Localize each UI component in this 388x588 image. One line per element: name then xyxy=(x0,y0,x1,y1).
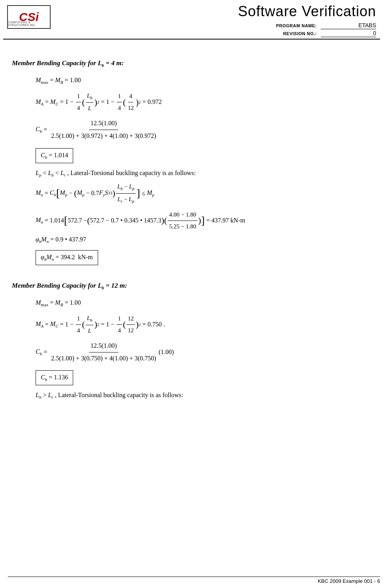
section2-heading: Member Bending Capacity for Lb = 12 m: xyxy=(12,282,376,290)
logo-box: CSi COMPUTERS & STRUCTURES INC. xyxy=(7,5,51,29)
logo-area: CSi COMPUTERS & STRUCTURES INC. xyxy=(3,3,55,31)
frac-12-12-s2: 12 12 xyxy=(127,313,135,336)
section1-eq2: MA = MC = 1 − 1 4 ( Lb L ) 2 = 1 − 1 4 ( xyxy=(36,90,376,114)
section2-heading-text: Member Bending Capacity for Lb = 12 m: xyxy=(12,282,127,289)
mn-calc-line: Mn = 1.014 [ 572.7 − ( 572.7 − 0.7 • 0.3… xyxy=(36,209,376,232)
footer: KBC 2009 Example 001 - 6 xyxy=(8,577,380,584)
section1-mn-general: Mn = Cb [ Mp − ( Mp − 0.7 FyS33 ) Lb − L… xyxy=(36,181,376,205)
section1-lp-text: Lp < Lb < Lr , Lateral-Torsional bucklin… xyxy=(36,170,376,177)
section1-heading: Member Bending Capacity for Lb = 4 m: xyxy=(12,59,376,68)
footer-text: KBC 2009 Example 001 - 6 xyxy=(318,578,380,584)
logo-subtitle: COMPUTERS & STRUCTURES INC. xyxy=(8,21,50,26)
title-area: Software Verification PROGRAM NAME: ETAB… xyxy=(55,3,380,37)
eq2-line: MA = MC = 1 − 1 4 ( Lb L ) 2 = 1 − 1 4 ( xyxy=(36,90,376,114)
revision-row: REVISION NO.: 0 xyxy=(265,30,376,37)
revision-value: 0 xyxy=(321,30,376,37)
eq1-line: Mmax = MB = 1.00 xyxy=(36,75,376,87)
frac-1-4-s2: 1 4 xyxy=(76,313,81,336)
frac-lb-l-s2: Lb L xyxy=(86,313,94,336)
section1-heading-text: Member Bending Capacity for Lb = 4 m: xyxy=(12,59,124,67)
s2-cb-frac-line: Cb = 12.5(1.00) 2.5(1.00) + 3(0.750) + 4… xyxy=(36,340,376,364)
section2-eq2: MA = MC = 1 − 1 4 ( Lb L ) 2 = 1 − 1 4 ( xyxy=(36,313,376,336)
phi-result-box-s1: φbMn = 394.2 kN-m xyxy=(36,250,98,265)
section1-eq1: Mmax = MB = 1.00 xyxy=(36,75,376,87)
frac-4-1.8: 4.00 − 1.80 5.25 − 1.80 xyxy=(168,209,197,232)
content: Member Bending Capacity for Lb = 4 m: Mm… xyxy=(0,40,388,412)
section1-cb-result: Cb = 1.014 xyxy=(36,146,376,166)
cb-result-box-s1: Cb = 1.014 xyxy=(36,148,73,163)
frac-1-4-s2b: 1 4 xyxy=(117,313,122,336)
program-name-row: PROGRAM NAME: ETABS xyxy=(265,22,376,29)
section1-phi-eq: φbMn = 0.9 • 437.97 xyxy=(36,236,376,244)
header: CSi COMPUTERS & STRUCTURES INC. Software… xyxy=(0,0,388,37)
frac-lb-l-s1: Lb L xyxy=(86,90,94,114)
cb-frac-line: Cb = 12.5(1.00) 2.5(1.00) + 3(0.972) + 4… xyxy=(36,118,376,142)
section1-cb-frac: Cb = 12.5(1.00) 2.5(1.00) + 3(0.972) + 4… xyxy=(36,118,376,142)
mn-general-line: Mn = Cb [ Mp − ( Mp − 0.7 FyS33 ) Lb − L… xyxy=(36,181,376,205)
frac-1-4-s1b: 1 4 xyxy=(117,91,122,113)
main-title: Software Verification xyxy=(55,3,376,20)
section1-phi-result: φbMn = 394.2 kN-m xyxy=(36,248,376,268)
cb-result-box-s2: Cb = 1.136 xyxy=(36,370,73,385)
section2-eq1: Mmax = MB = 1.00 xyxy=(36,297,376,309)
s2-eq1-line: Mmax = MB = 1.00 xyxy=(36,297,376,309)
frac-4-12-s1: 4 12 xyxy=(127,91,135,113)
cb-fraction-s1: 12.5(1.00) 2.5(1.00) + 3(0.972) + 4(1.00… xyxy=(49,118,158,142)
section2-cb-result: Cb = 1.136 xyxy=(36,368,376,388)
program-value: ETABS xyxy=(321,22,376,29)
section2-lb-text: Lb > Lr , Lateral-Torsional buckling cap… xyxy=(36,392,376,400)
section2-cb-frac: Cb = 12.5(1.00) 2.5(1.00) + 3(0.750) + 4… xyxy=(36,340,376,364)
frac-1-4-s1: 1 4 xyxy=(76,91,81,113)
revision-label: REVISION NO.: xyxy=(265,31,317,36)
section1-mn-calc: Mn = 1.014 [ 572.7 − ( 572.7 − 0.7 • 0.3… xyxy=(36,209,376,232)
program-info: PROGRAM NAME: ETABS REVISION NO.: 0 xyxy=(55,22,376,37)
program-label: PROGRAM NAME: xyxy=(265,23,317,28)
cb-fraction-s2: 12.5(1.00) 2.5(1.00) + 3(0.750) + 4(1.00… xyxy=(49,340,158,364)
s2-eq2-line: MA = MC = 1 − 1 4 ( Lb L ) 2 = 1 − 1 4 ( xyxy=(36,313,376,336)
frac-lb-lp: Lb − Lp Lr − Lp xyxy=(116,181,136,205)
